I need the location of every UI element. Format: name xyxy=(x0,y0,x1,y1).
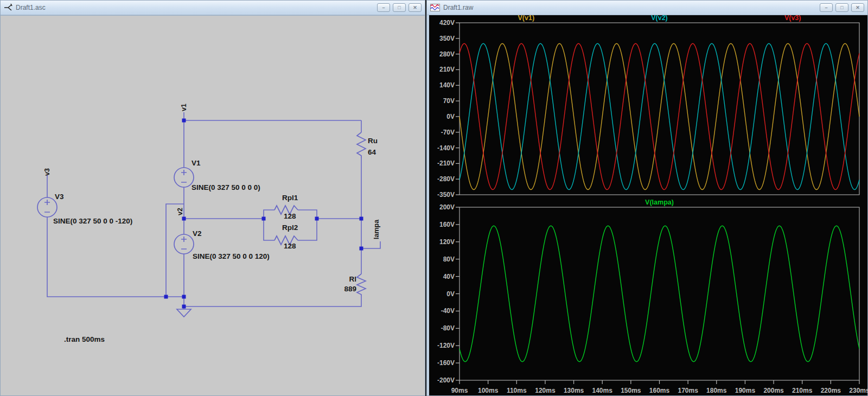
trace-V(v1) xyxy=(459,43,859,189)
label-Rpl2-name[interactable]: Rpl2 xyxy=(282,223,298,232)
net-label-lampa[interactable]: lampa xyxy=(373,219,380,239)
label-Rl-name[interactable]: Rl xyxy=(337,275,356,283)
y-tick-label: 210V xyxy=(439,66,455,73)
label-V2-value[interactable]: SINE(0 327 50 0 0 120) xyxy=(193,252,270,260)
x-tick-label: 180ms xyxy=(706,387,727,394)
x-tick-label: 230ms xyxy=(849,387,868,394)
x-tick-label: 130ms xyxy=(564,387,584,394)
label-V3-name[interactable]: V3 xyxy=(55,193,64,201)
plot-pane-border[interactable] xyxy=(459,207,859,380)
label-Rpl1-name[interactable]: Rpl1 xyxy=(282,194,298,202)
window-title: Draft1.raw xyxy=(443,4,820,11)
label-Ru-value[interactable]: 64 xyxy=(368,148,376,156)
y-tick-label: 80V xyxy=(443,256,455,263)
y-tick-label: -40V xyxy=(441,307,455,315)
resistor-Rpl2[interactable] xyxy=(264,219,317,245)
x-tick-label: 110ms xyxy=(507,387,527,394)
y-tick-label: -140V xyxy=(437,144,455,152)
schematic-titlebar[interactable]: Draft1.asc – □ ✕ xyxy=(1,1,425,15)
plot-pane-border[interactable] xyxy=(459,23,859,195)
trace-legend-label[interactable]: V(v3) xyxy=(784,15,801,22)
y-tick-label: -280V xyxy=(437,175,455,183)
x-tick-label: 210ms xyxy=(792,387,813,394)
label-Rpl1-value[interactable]: 128 xyxy=(284,212,296,220)
y-tick-label: 120V xyxy=(439,238,455,246)
net-label-v3[interactable]: v3 xyxy=(43,168,51,176)
x-tick-label: 90ms xyxy=(451,387,468,394)
label-V2-name[interactable]: V2 xyxy=(193,229,202,238)
label-Ru-name[interactable]: Ru xyxy=(368,137,378,145)
wires[interactable] xyxy=(47,112,380,306)
net-label-v1[interactable]: v1 xyxy=(180,104,188,111)
voltage-source-V2[interactable] xyxy=(174,234,194,254)
label-V1-value[interactable]: SINE(0 327 50 0 0 0) xyxy=(192,183,260,191)
y-tick-label: 0V xyxy=(446,290,455,298)
waveform-window: Draft1.raw – □ ✕ 420V350V280V210V140V70V… xyxy=(426,0,868,396)
y-tick-label: -210V xyxy=(437,159,455,167)
label-V3-value[interactable]: SINE(0 327 50 0 0 -120) xyxy=(53,217,132,225)
trace-legend-label[interactable]: V(v2) xyxy=(651,15,668,22)
y-tick-label: 200V xyxy=(439,203,455,211)
trace-V(lampa) xyxy=(459,226,859,361)
waveform-plot-canvas[interactable]: 420V350V280V210V140V70V0V-70V-140V-210V-… xyxy=(427,15,868,396)
x-tick-label: 190ms xyxy=(735,387,756,394)
x-tick-label: 160ms xyxy=(649,387,670,394)
minimize-button[interactable]: – xyxy=(820,3,833,12)
y-tick-label: 160V xyxy=(439,221,455,228)
y-tick-label: -160V xyxy=(437,359,455,367)
y-tick-label: -120V xyxy=(437,342,455,349)
y-tick-label: -70V xyxy=(441,129,455,136)
trace-legend-label[interactable]: V(lampa) xyxy=(645,199,674,206)
y-tick-label: 0V xyxy=(446,113,455,120)
schematic-canvas[interactable]: v1 v2 v3 lampa V1 SINE(0 327 50 0 0 0) V… xyxy=(1,15,425,395)
close-button[interactable]: ✕ xyxy=(851,3,864,12)
spice-directive[interactable]: .tran 500ms xyxy=(64,335,105,343)
x-tick-label: 140ms xyxy=(592,387,613,394)
maximize-button[interactable]: □ xyxy=(393,3,406,12)
x-tick-label: 150ms xyxy=(621,387,641,394)
y-tick-label: 70V xyxy=(443,97,455,105)
y-tick-label: 420V xyxy=(439,19,455,27)
y-tick-label: -350V xyxy=(437,191,455,199)
x-tick-label: 120ms xyxy=(535,387,556,394)
net-label-v2[interactable]: v2 xyxy=(176,208,184,215)
waveform-titlebar[interactable]: Draft1.raw – □ ✕ xyxy=(427,1,867,15)
y-tick-label: 40V xyxy=(443,273,455,280)
x-tick-label: 200ms xyxy=(763,387,784,394)
x-tick-label: 220ms xyxy=(821,387,841,394)
ltspice-waveform-icon xyxy=(430,4,440,11)
y-tick-label: -80V xyxy=(441,324,455,332)
minimize-button[interactable]: – xyxy=(377,3,390,12)
y-tick-label: -200V xyxy=(437,376,455,384)
x-tick-label: 170ms xyxy=(678,387,698,394)
x-tick-label: 100ms xyxy=(478,387,499,394)
label-V1-name[interactable]: V1 xyxy=(192,159,201,167)
label-Rpl2-value[interactable]: 128 xyxy=(284,242,296,250)
trace-legend-label[interactable]: V(v1) xyxy=(518,15,535,22)
y-tick-label: 280V xyxy=(439,50,455,58)
label-Rl-value[interactable]: 889 xyxy=(334,285,356,293)
close-button[interactable]: ✕ xyxy=(409,3,422,12)
waveform-plot-area[interactable]: 420V350V280V210V140V70V0V-70V-140V-210V-… xyxy=(427,15,867,395)
window-title: Draft1.asc xyxy=(16,4,377,11)
resistor-Ru[interactable] xyxy=(357,132,366,158)
voltage-source-V3[interactable] xyxy=(37,197,57,217)
voltage-source-V1[interactable] xyxy=(174,168,194,187)
maximize-button[interactable]: □ xyxy=(835,3,848,12)
resistor-Rl[interactable] xyxy=(357,274,366,296)
y-tick-label: 350V xyxy=(439,35,455,42)
schematic-window: Draft1.asc – □ ✕ xyxy=(0,0,425,396)
y-tick-label: 140V xyxy=(439,81,455,89)
ltspice-schematic-icon xyxy=(4,3,12,12)
